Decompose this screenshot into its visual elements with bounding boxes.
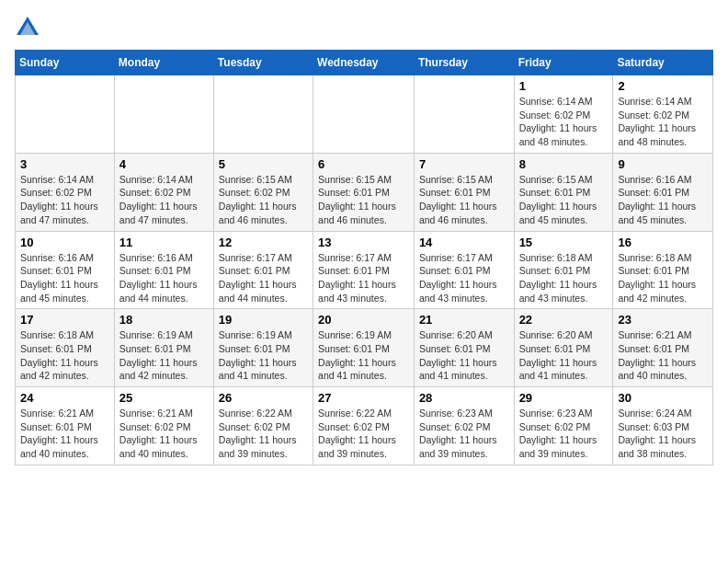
- calendar-cell: 19Sunrise: 6:19 AM Sunset: 6:01 PM Dayli…: [213, 309, 313, 387]
- calendar-cell: 4Sunrise: 6:14 AM Sunset: 6:02 PM Daylig…: [114, 153, 213, 231]
- day-info: Sunrise: 6:22 AM Sunset: 6:02 PM Dayligh…: [219, 407, 308, 461]
- calendar-week-row: 3Sunrise: 6:14 AM Sunset: 6:02 PM Daylig…: [16, 153, 713, 231]
- day-info: Sunrise: 6:23 AM Sunset: 6:02 PM Dayligh…: [419, 407, 509, 461]
- calendar-cell: 22Sunrise: 6:20 AM Sunset: 6:01 PM Dayli…: [514, 309, 613, 387]
- calendar-cell: 29Sunrise: 6:23 AM Sunset: 6:02 PM Dayli…: [514, 387, 613, 465]
- day-number: 27: [318, 391, 409, 405]
- calendar-cell: 18Sunrise: 6:19 AM Sunset: 6:01 PM Dayli…: [114, 309, 213, 387]
- day-number: 14: [419, 236, 509, 249]
- weekday-header: Wednesday: [313, 51, 415, 75]
- day-info: Sunrise: 6:18 AM Sunset: 6:01 PM Dayligh…: [618, 251, 708, 305]
- calendar-cell: [16, 75, 115, 154]
- logo: [15, 15, 44, 40]
- day-info: Sunrise: 6:16 AM Sunset: 6:01 PM Dayligh…: [20, 251, 109, 305]
- calendar-cell: 26Sunrise: 6:22 AM Sunset: 6:02 PM Dayli…: [213, 387, 313, 465]
- calendar-cell: 13Sunrise: 6:17 AM Sunset: 6:01 PM Dayli…: [313, 231, 415, 309]
- calendar-cell: 11Sunrise: 6:16 AM Sunset: 6:01 PM Dayli…: [114, 231, 213, 309]
- day-info: Sunrise: 6:21 AM Sunset: 6:01 PM Dayligh…: [618, 328, 708, 383]
- weekday-header: Thursday: [414, 51, 514, 75]
- calendar-cell: [414, 75, 514, 154]
- calendar-cell: 21Sunrise: 6:20 AM Sunset: 6:01 PM Dayli…: [414, 309, 514, 387]
- day-info: Sunrise: 6:17 AM Sunset: 6:01 PM Dayligh…: [419, 251, 509, 305]
- calendar-cell: 2Sunrise: 6:14 AM Sunset: 6:02 PM Daylig…: [613, 75, 713, 154]
- weekday-header: Tuesday: [213, 51, 313, 75]
- day-number: 30: [618, 391, 708, 405]
- calendar-cell: 28Sunrise: 6:23 AM Sunset: 6:02 PM Dayli…: [414, 387, 514, 465]
- page-header: [15, 15, 713, 40]
- day-number: 11: [119, 236, 209, 249]
- day-info: Sunrise: 6:14 AM Sunset: 6:02 PM Dayligh…: [119, 173, 209, 227]
- calendar-cell: 12Sunrise: 6:17 AM Sunset: 6:01 PM Dayli…: [213, 231, 313, 309]
- day-number: 25: [119, 391, 209, 405]
- day-info: Sunrise: 6:17 AM Sunset: 6:01 PM Dayligh…: [318, 251, 409, 305]
- day-info: Sunrise: 6:23 AM Sunset: 6:02 PM Dayligh…: [519, 407, 609, 461]
- calendar-cell: 16Sunrise: 6:18 AM Sunset: 6:01 PM Dayli…: [613, 231, 713, 309]
- day-info: Sunrise: 6:17 AM Sunset: 6:01 PM Dayligh…: [219, 251, 308, 305]
- day-number: 26: [219, 391, 308, 405]
- day-info: Sunrise: 6:15 AM Sunset: 6:01 PM Dayligh…: [318, 173, 409, 227]
- day-info: Sunrise: 6:14 AM Sunset: 6:02 PM Dayligh…: [519, 95, 609, 149]
- calendar-cell: [213, 75, 313, 154]
- day-number: 4: [119, 157, 209, 171]
- calendar-table: SundayMondayTuesdayWednesdayThursdayFrid…: [15, 50, 713, 465]
- calendar-week-row: 10Sunrise: 6:16 AM Sunset: 6:01 PM Dayli…: [16, 231, 713, 309]
- day-number: 15: [519, 236, 609, 249]
- calendar-cell: 5Sunrise: 6:15 AM Sunset: 6:02 PM Daylig…: [213, 153, 313, 231]
- day-number: 6: [318, 157, 409, 171]
- day-info: Sunrise: 6:18 AM Sunset: 6:01 PM Dayligh…: [519, 251, 609, 305]
- calendar-cell: 25Sunrise: 6:21 AM Sunset: 6:02 PM Dayli…: [114, 387, 213, 465]
- weekday-header: Friday: [514, 51, 613, 75]
- day-number: 29: [519, 391, 609, 405]
- day-info: Sunrise: 6:19 AM Sunset: 6:01 PM Dayligh…: [318, 328, 409, 383]
- day-number: 24: [20, 391, 109, 405]
- weekday-header: Sunday: [16, 51, 115, 75]
- day-number: 7: [419, 157, 509, 171]
- day-info: Sunrise: 6:20 AM Sunset: 6:01 PM Dayligh…: [519, 328, 609, 383]
- day-number: 17: [20, 313, 109, 327]
- calendar-cell: 8Sunrise: 6:15 AM Sunset: 6:01 PM Daylig…: [514, 153, 613, 231]
- day-number: 8: [519, 157, 609, 171]
- calendar-cell: 17Sunrise: 6:18 AM Sunset: 6:01 PM Dayli…: [16, 309, 115, 387]
- day-info: Sunrise: 6:18 AM Sunset: 6:01 PM Dayligh…: [20, 328, 109, 383]
- logo-icon: [15, 15, 40, 40]
- weekday-header: Saturday: [613, 51, 713, 75]
- day-info: Sunrise: 6:16 AM Sunset: 6:01 PM Dayligh…: [618, 173, 708, 227]
- day-number: 2: [618, 79, 708, 93]
- day-info: Sunrise: 6:20 AM Sunset: 6:01 PM Dayligh…: [419, 328, 509, 383]
- calendar-cell: 9Sunrise: 6:16 AM Sunset: 6:01 PM Daylig…: [613, 153, 713, 231]
- day-number: 22: [519, 313, 609, 327]
- calendar-cell: 7Sunrise: 6:15 AM Sunset: 6:01 PM Daylig…: [414, 153, 514, 231]
- calendar-header-row: SundayMondayTuesdayWednesdayThursdayFrid…: [16, 51, 713, 75]
- calendar-cell: 14Sunrise: 6:17 AM Sunset: 6:01 PM Dayli…: [414, 231, 514, 309]
- day-info: Sunrise: 6:15 AM Sunset: 6:02 PM Dayligh…: [219, 173, 308, 227]
- calendar-cell: 3Sunrise: 6:14 AM Sunset: 6:02 PM Daylig…: [16, 153, 115, 231]
- day-number: 3: [20, 157, 109, 171]
- day-number: 10: [20, 236, 109, 249]
- day-number: 5: [219, 157, 308, 171]
- calendar-cell: [114, 75, 213, 154]
- calendar-cell: 24Sunrise: 6:21 AM Sunset: 6:01 PM Dayli…: [16, 387, 115, 465]
- calendar-cell: [313, 75, 415, 154]
- calendar-week-row: 1Sunrise: 6:14 AM Sunset: 6:02 PM Daylig…: [16, 75, 713, 154]
- day-number: 28: [419, 391, 509, 405]
- calendar-cell: 10Sunrise: 6:16 AM Sunset: 6:01 PM Dayli…: [16, 231, 115, 309]
- day-info: Sunrise: 6:22 AM Sunset: 6:02 PM Dayligh…: [318, 407, 409, 461]
- day-info: Sunrise: 6:24 AM Sunset: 6:03 PM Dayligh…: [618, 407, 708, 461]
- calendar-cell: 30Sunrise: 6:24 AM Sunset: 6:03 PM Dayli…: [613, 387, 713, 465]
- day-number: 21: [419, 313, 509, 327]
- day-info: Sunrise: 6:19 AM Sunset: 6:01 PM Dayligh…: [119, 328, 209, 383]
- day-info: Sunrise: 6:21 AM Sunset: 6:01 PM Dayligh…: [20, 407, 109, 461]
- day-info: Sunrise: 6:15 AM Sunset: 6:01 PM Dayligh…: [419, 173, 509, 227]
- calendar-week-row: 24Sunrise: 6:21 AM Sunset: 6:01 PM Dayli…: [16, 387, 713, 465]
- calendar-cell: 6Sunrise: 6:15 AM Sunset: 6:01 PM Daylig…: [313, 153, 415, 231]
- day-info: Sunrise: 6:14 AM Sunset: 6:02 PM Dayligh…: [618, 95, 708, 149]
- day-info: Sunrise: 6:16 AM Sunset: 6:01 PM Dayligh…: [119, 251, 209, 305]
- day-info: Sunrise: 6:15 AM Sunset: 6:01 PM Dayligh…: [519, 173, 609, 227]
- calendar-cell: 23Sunrise: 6:21 AM Sunset: 6:01 PM Dayli…: [613, 309, 713, 387]
- calendar-cell: 20Sunrise: 6:19 AM Sunset: 6:01 PM Dayli…: [313, 309, 415, 387]
- day-number: 18: [119, 313, 209, 327]
- day-number: 1: [519, 79, 609, 93]
- day-number: 13: [318, 236, 409, 249]
- day-info: Sunrise: 6:19 AM Sunset: 6:01 PM Dayligh…: [219, 328, 308, 383]
- day-number: 20: [318, 313, 409, 327]
